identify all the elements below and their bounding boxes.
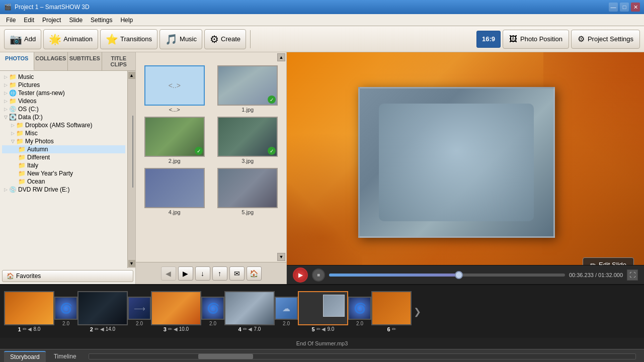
slide-thumb-3[interactable] <box>151 291 201 325</box>
slide-thumb-6[interactable] <box>371 291 412 325</box>
upload-button[interactable]: ↑ <box>212 266 227 281</box>
tree-item-autumn[interactable]: 📁 Autumn <box>2 145 125 153</box>
storyboard-timeline: 1 ✏ ◀ 8.0 🌀 2.0 2 ✏ ◀ 14.0 <box>0 285 644 338</box>
next-slide-arrow[interactable]: ❯ <box>414 306 421 317</box>
download-button[interactable]: ↓ <box>195 266 210 281</box>
menu-slide[interactable]: Slide <box>65 16 87 25</box>
photo-position-button[interactable]: 🖼 Photo Position <box>503 30 569 49</box>
menu-project[interactable]: Project <box>38 16 65 25</box>
tree-item-my-photos[interactable]: ▽ 📁 My Photos <box>2 137 125 145</box>
photo-thumb-4[interactable]: 4.jpg <box>140 168 209 215</box>
slide-item-2: 2 ✏ ◀ 14.0 <box>77 291 128 332</box>
transition-thumb-4[interactable]: ☁ <box>275 297 298 320</box>
slide-item-6: 6 ✏ <box>371 291 412 332</box>
transition-thumb-5[interactable]: 🌀 <box>348 297 371 320</box>
play-button[interactable]: ▶ <box>293 267 308 283</box>
menu-help[interactable]: Help <box>116 16 137 25</box>
next-button[interactable]: ▶ <box>178 266 193 281</box>
slide-meta-4: 4 ✏ ◀ 7.0 <box>238 326 261 332</box>
slide-transition-4: ☁ 2.0 <box>275 297 298 326</box>
transition-meta-1: 2.0 <box>62 321 69 326</box>
transition-thumb-2[interactable]: ⟶ <box>128 297 151 320</box>
slide-transition-3: 🌀 2.0 <box>201 297 224 326</box>
time-display: 00:36.233 / 01:32.000 <box>569 272 623 278</box>
transition-thumb-1[interactable]: 🌀 <box>54 297 77 320</box>
tree-item-tester[interactable]: ▷ 🌐 Tester (ams-new) <box>2 89 125 97</box>
app-title: Project 1 – SmartSHOW 3D <box>15 4 90 11</box>
project-settings-button[interactable]: ⚙ Project Settings <box>571 30 640 49</box>
slide-thumb-2[interactable] <box>77 291 128 325</box>
tree-item-pictures[interactable]: ▷ 📁 Pictures <box>2 81 125 89</box>
photo-thumb-2[interactable]: ✓ 2.jpg <box>140 117 209 164</box>
tree-item-os-c[interactable]: ▷ 💿 OS (C:) <box>2 105 125 113</box>
transitions-button[interactable]: ⭐ Transitions <box>100 29 157 49</box>
fullscreen-button[interactable]: ⛶ <box>627 269 638 281</box>
envelope-button[interactable]: ✉ <box>229 266 245 281</box>
slide-meta-6: 6 ✏ <box>387 326 395 332</box>
photo-tabs: PHOTOS COLLAGES SUBTITLES TITLE CLIPS <box>0 52 135 71</box>
scroll-down-button[interactable]: ▼ <box>277 253 285 261</box>
slide-item-4: 4 ✏ ◀ 7.0 <box>224 291 275 332</box>
tree-item-ocean[interactable]: 📁 Ocean <box>2 177 125 186</box>
animation-button[interactable]: 🌟 Animation <box>43 29 98 49</box>
stop-icon: ■ <box>317 272 320 278</box>
tree-item-newyears[interactable]: 📁 New Year's Party <box>2 169 125 177</box>
tab-title-clips[interactable]: TITLE CLIPS <box>102 52 136 70</box>
tree-item-music[interactable]: ▷ 📁 Music <box>2 73 125 81</box>
close-button[interactable]: ✕ <box>631 3 640 12</box>
photo-grid-panel: ▲ <..> <...> ✓ 1.jpg <box>136 52 287 284</box>
tab-photos[interactable]: PHOTOS <box>0 52 34 70</box>
slide-meta-2: 2 ✏ ◀ 14.0 <box>90 326 115 332</box>
timeline-scrollbar[interactable] <box>89 353 636 359</box>
animation-icon: 🌟 <box>49 33 61 45</box>
left-panel: PHOTOS COLLAGES SUBTITLES TITLE CLIPS ▷ … <box>0 52 136 284</box>
slide-thumb-1[interactable] <box>4 291 54 325</box>
transitions-icon: ⭐ <box>106 33 118 45</box>
tab-subtitles[interactable]: SUBTITLES <box>68 52 102 70</box>
tree-item-dvd[interactable]: ▷ 💿 DVD RW Drive (E:) <box>2 186 125 194</box>
music-button[interactable]: 🎵 Music <box>159 29 202 49</box>
tree-item-italy[interactable]: 📁 Italy <box>2 161 125 169</box>
preview-area: ✏ Edit Slide ▶ ■ 00:36.233 / 01:32.000 <box>287 52 644 284</box>
menu-file[interactable]: File <box>2 16 20 25</box>
leaf-top-right <box>543 52 644 203</box>
bottom-tabs: Storyboard Timeline <box>0 349 644 362</box>
progress-bar[interactable] <box>329 274 565 277</box>
scroll-up-button[interactable]: ▲ <box>277 53 285 61</box>
minimize-button[interactable]: — <box>609 3 618 12</box>
home-button[interactable]: 🏠 <box>247 266 262 281</box>
tree-item-misc[interactable]: ▷ 📁 Misc <box>2 129 125 137</box>
ratio-button[interactable]: 16:9 <box>476 31 501 48</box>
tree-scrollbar[interactable]: ▲ ▼ <box>127 71 135 268</box>
bottom-area: 1 ✏ ◀ 8.0 🌀 2.0 2 ✏ ◀ 14.0 <box>0 284 644 362</box>
prev-button[interactable]: ◀ <box>161 266 176 281</box>
stop-button[interactable]: ■ <box>312 268 325 282</box>
progress-handle[interactable] <box>455 271 463 279</box>
menu-edit[interactable]: Edit <box>20 16 38 25</box>
photo-thumb-back[interactable]: <..> <...> <box>140 65 209 113</box>
favorites-button[interactable]: 🏠 Favorites <box>2 270 133 282</box>
tab-collages[interactable]: COLLAGES <box>34 52 68 70</box>
menu-settings[interactable]: Settings <box>87 16 116 25</box>
playback-controls: ▶ ■ 00:36.233 / 01:32.000 ⛶ <box>287 265 644 284</box>
timeline-tab[interactable]: Timeline <box>48 351 83 361</box>
tree-item-data-d[interactable]: ▽ 💽 Data (D:) <box>2 113 125 121</box>
add-button[interactable]: 📷 Add <box>4 29 41 49</box>
scrollbar-thumb[interactable] <box>198 354 253 359</box>
transition-thumb-3[interactable]: 🌀 <box>201 297 224 320</box>
tree-item-dropbox[interactable]: ▷ 📁 Dropbox (AMS Software) <box>2 121 125 129</box>
transition-meta-4: 2.0 <box>283 321 290 326</box>
create-button[interactable]: ⚙ Create <box>204 29 246 49</box>
tree-item-different[interactable]: 📁 Different <box>2 153 125 161</box>
slide-thumb-4[interactable] <box>224 291 275 325</box>
preview-photo <box>358 87 555 238</box>
photo-thumb-1[interactable]: ✓ 1.jpg <box>213 65 283 113</box>
slide-thumb-5[interactable] <box>298 291 348 325</box>
storyboard-tab[interactable]: Storyboard <box>4 351 46 362</box>
fullscreen-icon: ⛶ <box>629 272 635 279</box>
tree-item-videos[interactable]: ▷ 📁 Videos <box>2 97 125 105</box>
family-photo-content <box>379 104 534 222</box>
photo-thumb-5[interactable]: 5.jpg <box>213 168 283 215</box>
photo-thumb-3[interactable]: ✓ 3.jpg <box>213 117 283 164</box>
maximize-button[interactable]: □ <box>620 3 629 12</box>
